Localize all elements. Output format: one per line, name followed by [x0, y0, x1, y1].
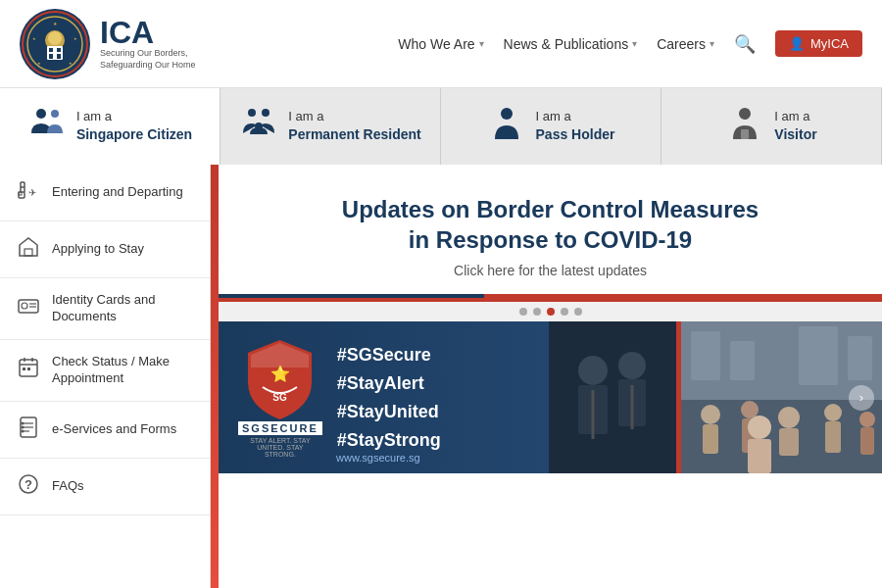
- dot-3[interactable]: [547, 308, 555, 316]
- nav-careers[interactable]: Careers ▾: [657, 36, 714, 52]
- svg-rect-21: [741, 129, 749, 139]
- svg-point-27: [22, 303, 27, 309]
- sgsecure-logo-text: SGSECURE: [238, 421, 322, 435]
- svg-rect-25: [24, 249, 32, 256]
- sgsecure-website: www.sgsecure.sg: [336, 452, 420, 464]
- svg-point-3: [48, 31, 62, 45]
- sgsecure-logo: ⭐ SG SGSECURE STAY ALERT. STAY UNITED. S…: [238, 338, 322, 458]
- chevron-down-icon: ▾: [710, 38, 714, 49]
- svg-point-19: [501, 108, 513, 120]
- tab-pass-holder[interactable]: I am a Pass Holder: [441, 88, 662, 165]
- svg-rect-71: [748, 439, 771, 473]
- sidebar-item-identity-cards[interactable]: Identity Cards and Documents: [0, 278, 210, 340]
- svg-point-48: [578, 356, 608, 385]
- covid-subtitle: Click here for the latest updates: [258, 263, 843, 278]
- svg-rect-69: [860, 427, 874, 455]
- officers-photo: [549, 321, 676, 473]
- sidebar-faqs-label: FAQs: [52, 478, 84, 495]
- sidebar: ✈ Entering and Departing Applying to Sta…: [0, 165, 211, 588]
- svg-text:★: ★: [74, 36, 77, 41]
- svg-rect-8: [57, 54, 61, 59]
- nav-area: Who We Are ▾ News & Publications ▾ Caree…: [398, 30, 862, 57]
- home-icon: [15, 235, 42, 264]
- svg-point-42: [22, 429, 24, 432]
- svg-rect-65: [779, 428, 799, 456]
- covid-banner[interactable]: Updates on Border Control Measures in Re…: [219, 165, 882, 302]
- tab-singapore-citizen[interactable]: I am a Singapore Citizen: [0, 88, 220, 165]
- svg-point-17: [262, 109, 270, 117]
- dot-4[interactable]: [561, 308, 568, 316]
- sidebar-entering-departing-label: Entering and Departing: [52, 184, 183, 201]
- logo-name: ICA: [100, 17, 196, 48]
- sidebar-item-faqs[interactable]: ? FAQs: [0, 459, 210, 515]
- svg-point-41: [22, 425, 24, 428]
- svg-point-40: [22, 421, 24, 424]
- myica-button[interactable]: 👤 MyICA: [775, 30, 862, 57]
- svg-rect-34: [23, 368, 25, 370]
- svg-point-14: [36, 109, 46, 119]
- forms-icon: [15, 416, 42, 444]
- user-tabs: I am a Singapore Citizen I am a Permanen…: [0, 88, 882, 165]
- svg-rect-35: [27, 368, 30, 370]
- svg-point-64: [778, 407, 800, 428]
- id-card-icon: [15, 294, 42, 322]
- sidebar-item-eservices[interactable]: e-Services and Forms: [0, 402, 210, 459]
- svg-text:✈: ✈: [28, 187, 36, 198]
- svg-point-15: [51, 110, 59, 118]
- svg-rect-57: [730, 341, 755, 380]
- logo-tagline: Securing Our Borders, Safeguarding Our H…: [100, 48, 196, 71]
- person-icon: 👤: [789, 36, 805, 51]
- tab-permanent-resident[interactable]: I am a Permanent Resident: [220, 88, 441, 165]
- svg-text:?: ?: [24, 477, 32, 492]
- chevron-down-icon: ▾: [479, 38, 484, 49]
- permanent-resident-icon: [239, 104, 278, 150]
- singapore-citizen-icon: [27, 104, 67, 150]
- sidebar-item-check-status[interactable]: Check Status / Make Appointment: [0, 340, 210, 402]
- svg-rect-58: [799, 326, 838, 385]
- logo-text: ICA Securing Our Borders, Safeguarding O…: [100, 17, 196, 71]
- pass-holder-icon: [487, 104, 526, 150]
- svg-point-70: [748, 416, 771, 439]
- chevron-down-icon: ▾: [632, 38, 637, 49]
- covid-title: Updates on Border Control Measures in Re…: [258, 194, 843, 255]
- search-button[interactable]: 🔍: [734, 33, 756, 55]
- svg-point-50: [618, 352, 646, 379]
- svg-point-60: [701, 405, 720, 424]
- sidebar-item-entering-departing[interactable]: ✈ Entering and Departing: [0, 165, 210, 221]
- svg-rect-47: [549, 321, 676, 473]
- nav-news-publications[interactable]: News & Publications ▾: [504, 36, 638, 52]
- sgsecure-banner: ⭐ SG SGSECURE STAY ALERT. STAY UNITED. S…: [219, 321, 882, 473]
- dot-2[interactable]: [533, 308, 541, 316]
- svg-rect-59: [848, 336, 872, 380]
- logo-area: ★ ★ ★ ★ ★ ICA Securing Our Borders, Safe…: [20, 9, 196, 79]
- crowd-photo: ›: [681, 321, 882, 473]
- sidebar-check-status-label: Check Status / Make Appointment: [52, 354, 195, 387]
- svg-text:★: ★: [37, 61, 41, 66]
- svg-point-66: [824, 404, 842, 421]
- svg-text:★: ★: [69, 61, 73, 66]
- plane-icon: ✈: [15, 178, 42, 207]
- carousel-dots: [219, 302, 882, 321]
- ica-logo-emblem: ★ ★ ★ ★ ★: [20, 9, 90, 79]
- svg-rect-67: [825, 421, 841, 453]
- svg-rect-56: [691, 331, 720, 380]
- sidebar-item-applying-stay[interactable]: Applying to Stay: [0, 221, 210, 278]
- visitor-icon: [725, 104, 764, 150]
- sidebar-eservices-label: e-Services and Forms: [52, 421, 176, 438]
- nav-who-we-are[interactable]: Who We Are ▾: [398, 36, 483, 52]
- dot-1[interactable]: [519, 308, 527, 316]
- sgsecure-tagline-small: STAY ALERT. STAY UNITED. STAY STRONG.: [241, 437, 319, 458]
- svg-point-16: [248, 109, 256, 117]
- svg-text:★: ★: [32, 36, 36, 41]
- content-area: Updates on Border Control Measures in Re…: [211, 165, 882, 588]
- svg-rect-61: [703, 424, 718, 454]
- sgsecure-hashtags: #SGSecure #StayAlert #StayUnited #StaySt…: [337, 341, 441, 454]
- svg-text:⭐: ⭐: [270, 365, 290, 383]
- tab-visitor[interactable]: I am a Visitor: [662, 88, 882, 165]
- dot-5[interactable]: [574, 308, 582, 316]
- header: ★ ★ ★ ★ ★ ICA Securing Our Borders, Safe…: [0, 0, 882, 88]
- sidebar-identity-cards-label: Identity Cards and Documents: [52, 292, 195, 325]
- svg-point-20: [739, 108, 751, 120]
- carousel-next-button[interactable]: ›: [849, 385, 874, 411]
- question-icon: ?: [15, 472, 42, 501]
